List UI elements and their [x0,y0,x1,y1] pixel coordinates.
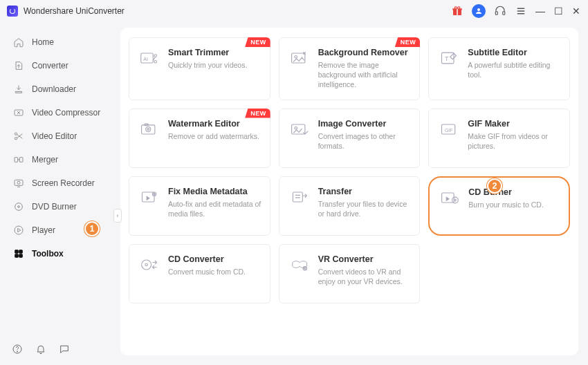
tool-title: CD Converter [168,254,261,264]
tool-icon [289,187,310,207]
titlebar-right: — ☐ ✕ [451,4,581,18]
scissors-icon [12,130,25,142]
svg-rect-22 [19,250,23,254]
tool-desc: Make GIF from videos or pictures. [468,131,561,151]
tool-icon [289,119,310,140]
tool-icon [139,254,160,275]
sidebar-item-label: Video Editor [32,131,77,141]
tool-card-vr-converter[interactable]: VR ConverterConvert videos to VR and enj… [279,244,421,303]
svg-point-32 [295,56,297,59]
disc-icon [12,200,25,213]
tool-card-gif-maker[interactable]: GIFGIF MakerMake GIF from videos or pict… [428,109,570,168]
tool-desc: A powerful subtitle editing tool. [468,60,561,79]
tool-card-cd-converter[interactable]: CD ConverterConvert music from CD. [129,244,270,303]
app-title: Wondershare UniConverter [24,6,125,16]
tool-card-transfer[interactable]: TransferTransfer your files to device or… [279,176,421,236]
app-logo [7,6,18,17]
sidebar-item-toolbox[interactable]: Toolbox [3,243,115,265]
sidebar-item-home[interactable]: Home [3,31,115,53]
sidebar-item-label: Player [32,225,55,235]
svg-text:GIF: GIF [445,127,453,132]
svg-rect-7 [503,12,505,15]
sidebar-item-video-compressor[interactable]: Video Compressor [3,102,115,124]
sidebar-item-label: Home [32,37,54,47]
tool-card-background-remover[interactable]: NEWBackground RemoverRemove the image ba… [279,37,421,100]
tool-card-subtitle-editor[interactable]: TSubtitle EditorA powerful subtitle edit… [428,37,570,100]
tool-card-fix-media-metadata[interactable]: Fix Media MetadataAuto-fix and edit meta… [129,176,270,236]
record-icon [12,177,25,189]
svg-point-12 [15,133,17,135]
sidebar: Home Converter Downloader Video Compress… [0,22,118,365]
svg-point-49 [142,260,151,270]
svg-point-30 [154,61,157,64]
tool-title: CD Burner [468,187,560,197]
sidebar-item-merger[interactable]: Merger [3,149,115,171]
help-icon[interactable] [11,343,24,355]
svg-point-29 [154,55,157,57]
svg-text:T: T [445,55,449,62]
tools-panel: NEWAISmart TrimmerQuickly trim your vide… [120,28,578,355]
sidebar-item-label: DVD Burner [32,202,77,212]
tool-title: VR Converter [318,254,412,264]
window-minimize-button[interactable]: — [535,6,545,17]
sidebar-item-label: Converter [32,61,68,71]
svg-point-18 [15,203,23,211]
toolbox-icon [12,247,25,260]
svg-rect-16 [15,180,23,185]
tool-card-smart-trimmer[interactable]: NEWAISmart TrimmerQuickly trim your vide… [129,37,270,100]
sidebar-item-screen-recorder[interactable]: Screen Recorder [3,172,115,194]
compress-icon [12,106,25,119]
feedback-icon[interactable] [58,343,71,355]
new-badge: NEW [245,109,270,118]
svg-rect-35 [142,124,155,133]
tool-title: Fix Media Metadata [168,187,261,196]
tool-icon [139,119,160,140]
svg-rect-45 [293,192,302,202]
tool-desc: Transfer your files to device or hard dr… [318,199,412,218]
converter-icon [12,59,25,72]
svg-point-50 [145,263,148,266]
tool-icon: GIF [439,119,459,140]
sidebar-item-label: Screen Recorder [32,178,95,188]
sidebar-item-video-editor[interactable]: Video Editor [3,125,115,147]
svg-point-4 [458,7,460,9]
svg-point-13 [15,138,17,140]
tool-desc: Burn your music to CD. [468,200,560,209]
play-icon [12,224,25,236]
tool-card-watermark-editor[interactable]: NEWWatermark EditorRemove or add waterma… [129,109,270,168]
svg-point-48 [454,199,457,201]
sidebar-item-downloader[interactable]: Downloader [3,78,115,100]
home-icon [12,36,25,48]
user-avatar-icon[interactable] [472,4,486,18]
window-close-button[interactable]: ✕ [571,6,581,17]
sidebar-item-converter[interactable]: Converter [3,55,115,77]
tools-grid: NEWAISmart TrimmerQuickly trim your vide… [129,37,570,303]
download-icon [12,83,25,95]
sidebar-item-label: Video Compressor [32,108,100,118]
window-maximize-button[interactable]: ☐ [553,6,563,17]
main-area: NEWAISmart TrimmerQuickly trim your vide… [118,22,588,365]
tool-title: Image Converter [318,119,412,129]
new-badge: NEW [245,37,270,47]
svg-rect-14 [15,158,18,162]
sidebar-item-label: Toolbox [32,249,64,259]
menu-icon[interactable] [515,5,527,17]
callout-2: 2 [487,178,502,194]
sidebar-item-dvd-burner[interactable]: DVD Burner [3,196,115,218]
tool-title: Subtitle Editor [468,48,561,57]
tool-title: Transfer [318,187,412,196]
svg-rect-21 [15,250,19,254]
sidebar-collapse-handle[interactable]: ‹ [113,209,122,223]
tool-desc: Remove the image background with artific… [318,60,412,90]
new-badge: NEW [395,37,421,47]
gift-icon[interactable] [451,5,463,17]
tool-icon [289,254,310,275]
tool-title: Smart Trimmer [168,48,261,57]
tool-desc: Auto-fix and edit metadata of media file… [168,199,261,218]
tool-desc: Convert videos to VR and enjoy on your V… [318,267,412,286]
tool-card-image-converter[interactable]: Image ConverterConvert images to other f… [279,109,421,168]
svg-point-37 [147,128,149,130]
headset-icon[interactable] [494,5,506,17]
svg-rect-15 [19,158,23,162]
bell-icon[interactable] [35,343,47,355]
